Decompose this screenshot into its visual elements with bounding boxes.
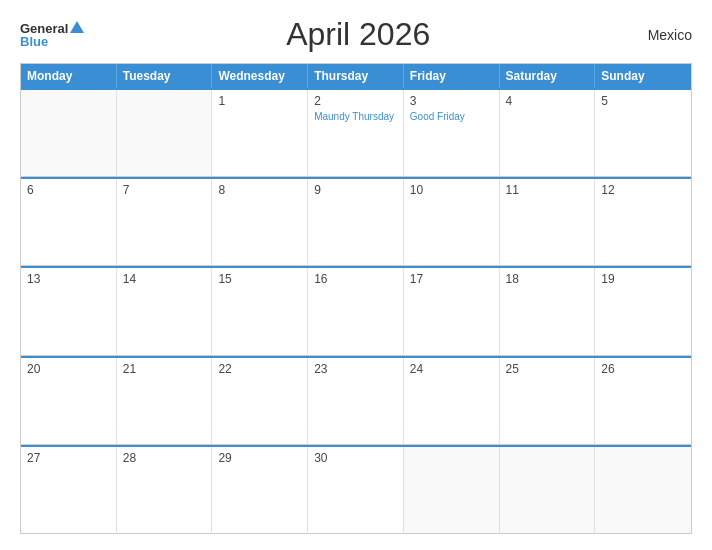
cal-cell-w0-d1 bbox=[117, 90, 213, 176]
logo-triangle-icon bbox=[70, 21, 84, 33]
cal-cell-w3-d0: 20 bbox=[21, 358, 117, 444]
week-row-1: 6789101112 bbox=[21, 177, 691, 266]
cal-cell-w4-d1: 28 bbox=[117, 447, 213, 533]
cal-cell-w4-d2: 29 bbox=[212, 447, 308, 533]
day-number: 8 bbox=[218, 183, 301, 197]
header-wednesday: Wednesday bbox=[212, 64, 308, 88]
week-row-2: 13141516171819 bbox=[21, 266, 691, 355]
day-number: 22 bbox=[218, 362, 301, 376]
header-tuesday: Tuesday bbox=[117, 64, 213, 88]
cal-cell-w0-d4: 3Good Friday bbox=[404, 90, 500, 176]
cal-cell-w1-d4: 10 bbox=[404, 179, 500, 265]
cal-cell-w4-d0: 27 bbox=[21, 447, 117, 533]
cal-cell-w1-d1: 7 bbox=[117, 179, 213, 265]
day-number: 28 bbox=[123, 451, 206, 465]
header-thursday: Thursday bbox=[308, 64, 404, 88]
header: General Blue April 2026 Mexico bbox=[20, 16, 692, 53]
cal-cell-w3-d5: 25 bbox=[500, 358, 596, 444]
day-number: 13 bbox=[27, 272, 110, 286]
logo-general-text: General bbox=[20, 22, 68, 35]
cal-cell-w0-d0 bbox=[21, 90, 117, 176]
header-sunday: Sunday bbox=[595, 64, 691, 88]
header-saturday: Saturday bbox=[500, 64, 596, 88]
day-number: 3 bbox=[410, 94, 493, 108]
day-number: 15 bbox=[218, 272, 301, 286]
cal-cell-w0-d5: 4 bbox=[500, 90, 596, 176]
header-friday: Friday bbox=[404, 64, 500, 88]
day-number: 10 bbox=[410, 183, 493, 197]
day-number: 1 bbox=[218, 94, 301, 108]
header-monday: Monday bbox=[21, 64, 117, 88]
cal-cell-w2-d6: 19 bbox=[595, 268, 691, 354]
day-number: 18 bbox=[506, 272, 589, 286]
day-number: 29 bbox=[218, 451, 301, 465]
cal-cell-w2-d5: 18 bbox=[500, 268, 596, 354]
cal-cell-w3-d3: 23 bbox=[308, 358, 404, 444]
cal-cell-w2-d1: 14 bbox=[117, 268, 213, 354]
day-number: 19 bbox=[601, 272, 685, 286]
cal-cell-w4-d6 bbox=[595, 447, 691, 533]
country-label: Mexico bbox=[632, 27, 692, 43]
day-number: 16 bbox=[314, 272, 397, 286]
day-number: 11 bbox=[506, 183, 589, 197]
holiday-label: Good Friday bbox=[410, 110, 493, 123]
cal-cell-w0-d2: 1 bbox=[212, 90, 308, 176]
day-number: 23 bbox=[314, 362, 397, 376]
day-number: 4 bbox=[506, 94, 589, 108]
cal-cell-w0-d6: 5 bbox=[595, 90, 691, 176]
cal-cell-w2-d3: 16 bbox=[308, 268, 404, 354]
cal-cell-w1-d3: 9 bbox=[308, 179, 404, 265]
holiday-label: Maundy Thursday bbox=[314, 110, 397, 123]
logo-blue-text: Blue bbox=[20, 35, 48, 48]
cal-cell-w4-d4 bbox=[404, 447, 500, 533]
cal-cell-w0-d3: 2Maundy Thursday bbox=[308, 90, 404, 176]
day-number: 17 bbox=[410, 272, 493, 286]
cal-cell-w2-d2: 15 bbox=[212, 268, 308, 354]
cal-cell-w3-d6: 26 bbox=[595, 358, 691, 444]
cal-cell-w3-d4: 24 bbox=[404, 358, 500, 444]
day-number: 26 bbox=[601, 362, 685, 376]
calendar-page: General Blue April 2026 Mexico Monday Tu… bbox=[0, 0, 712, 550]
day-number: 20 bbox=[27, 362, 110, 376]
cal-cell-w1-d5: 11 bbox=[500, 179, 596, 265]
day-number: 21 bbox=[123, 362, 206, 376]
day-number: 12 bbox=[601, 183, 685, 197]
calendar-title: April 2026 bbox=[84, 16, 632, 53]
cal-cell-w1-d0: 6 bbox=[21, 179, 117, 265]
day-number: 24 bbox=[410, 362, 493, 376]
day-number: 14 bbox=[123, 272, 206, 286]
cal-cell-w1-d6: 12 bbox=[595, 179, 691, 265]
calendar-header: Monday Tuesday Wednesday Thursday Friday… bbox=[21, 64, 691, 88]
logo: General Blue bbox=[20, 22, 84, 48]
cal-cell-w3-d1: 21 bbox=[117, 358, 213, 444]
cal-cell-w2-d0: 13 bbox=[21, 268, 117, 354]
cal-cell-w2-d4: 17 bbox=[404, 268, 500, 354]
cal-cell-w1-d2: 8 bbox=[212, 179, 308, 265]
calendar-grid: Monday Tuesday Wednesday Thursday Friday… bbox=[20, 63, 692, 534]
day-number: 7 bbox=[123, 183, 206, 197]
day-number: 2 bbox=[314, 94, 397, 108]
day-number: 5 bbox=[601, 94, 685, 108]
day-number: 6 bbox=[27, 183, 110, 197]
cal-cell-w4-d5 bbox=[500, 447, 596, 533]
day-number: 9 bbox=[314, 183, 397, 197]
week-row-0: 12Maundy Thursday3Good Friday45 bbox=[21, 88, 691, 177]
week-row-4: 27282930 bbox=[21, 445, 691, 533]
cal-cell-w4-d3: 30 bbox=[308, 447, 404, 533]
cal-cell-w3-d2: 22 bbox=[212, 358, 308, 444]
week-row-3: 20212223242526 bbox=[21, 356, 691, 445]
day-number: 25 bbox=[506, 362, 589, 376]
day-number: 30 bbox=[314, 451, 397, 465]
day-number: 27 bbox=[27, 451, 110, 465]
calendar-body: 12Maundy Thursday3Good Friday45678910111… bbox=[21, 88, 691, 533]
